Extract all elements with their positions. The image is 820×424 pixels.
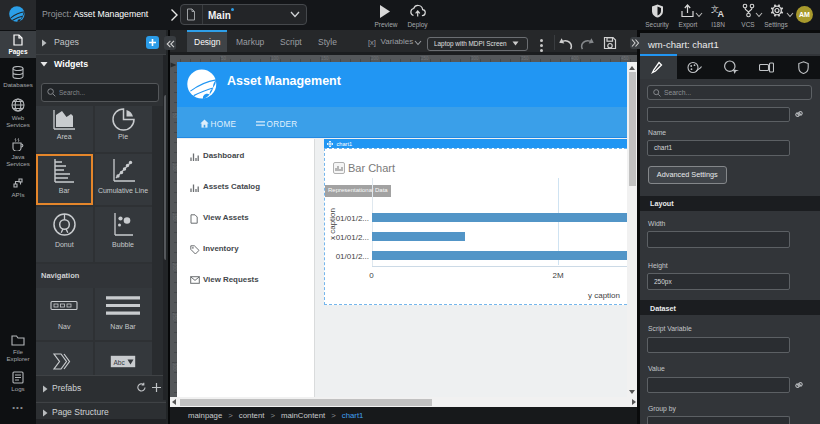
svg-text:Abc: Abc: [114, 358, 126, 365]
svg-text:A: A: [718, 9, 725, 18]
